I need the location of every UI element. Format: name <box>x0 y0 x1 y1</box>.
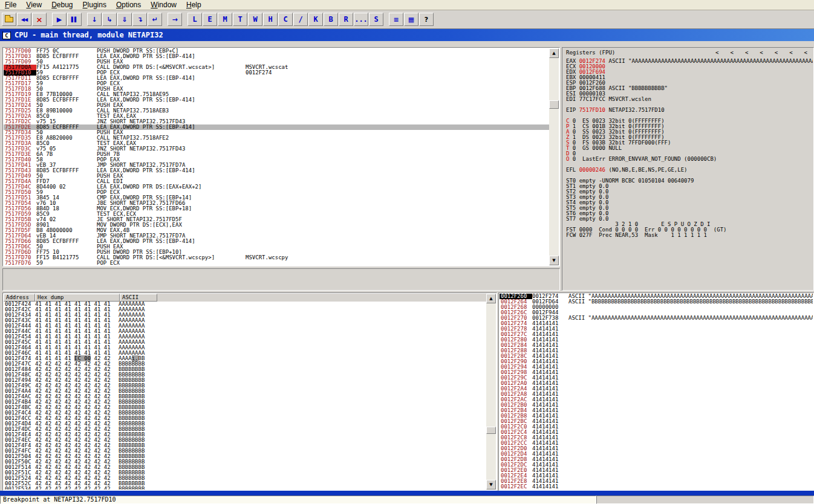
source-button[interactable]: S <box>369 13 383 26</box>
disasm-row[interactable]: 7517FD5059POP ECX <box>4 190 549 195</box>
registers-pager-arrow[interactable]: < <box>789 50 792 56</box>
references-button[interactable]: R <box>339 13 353 26</box>
disasm-row[interactable]: 7517FD438D85 ECFBFFFFLEA EAX,DWORD PTR S… <box>4 168 549 173</box>
menu-item-window[interactable]: Window <box>146 0 181 10</box>
patches-button[interactable]: / <box>293 13 308 26</box>
restart-button[interactable]: ◀◀ <box>17 13 31 26</box>
disasm-row[interactable]: 7517FD3A85C0TEST EAX,EAX <box>4 141 549 146</box>
disasm-row[interactable]: 7517FD4058POP EAX <box>4 157 549 163</box>
registers-pane-header[interactable]: Registers (FPU) <<<<<<< <box>563 48 813 57</box>
executables-button[interactable]: E <box>203 13 217 26</box>
execute-till-user-button[interactable]: → <box>168 13 182 26</box>
run-button[interactable]: ▶ <box>52 13 67 26</box>
stack-row[interactable]: 0012F2EC41414141 <box>500 484 813 489</box>
registers-pager-arrow[interactable]: < <box>760 50 763 56</box>
scroll-up-icon[interactable]: ▲ <box>486 294 496 303</box>
execute-till-return-button[interactable]: ↵ <box>148 13 162 26</box>
menu-item-file[interactable]: File <box>0 0 21 10</box>
help-button[interactable]: ? <box>419 13 434 26</box>
run-trace-button[interactable]: ... <box>354 13 368 26</box>
registers-pager-arrow[interactable]: < <box>715 50 718 56</box>
disasm-row[interactable]: 7517FD5D8901MOV DWORD PTR DS:[ECX],EAX <box>4 222 549 228</box>
disasm-row[interactable]: 7517FD1850PUSH EAX <box>4 86 549 92</box>
disasm-row[interactable]: 7517FD038D85 ECFBFFFFLEA EAX,DWORD PTR S… <box>4 54 549 59</box>
breakpoints-button[interactable]: B <box>324 13 338 26</box>
disasm-row[interactable]: 7517FD3Cv75 05JNZ SHORT NETAPI32.7517FD4… <box>4 146 549 152</box>
disasm-row[interactable]: 7517FD1E8D85 ECFBFFFFLEA EAX,DWORD PTR S… <box>4 97 549 103</box>
disasm-row[interactable]: 7517FD4C8D4400 02LEA EAX,DWORD PTR DS:[E… <box>4 184 549 190</box>
pause-button[interactable]: ▌▌ <box>67 13 82 26</box>
register-line[interactable]: EFL 00000246 (NO,NB,E,BE,NS,PE,GE,LE) <box>566 167 813 173</box>
disasm-row[interactable]: 7517FD00FF75 0CPUSH DWORD PTR SS:[EBP+C] <box>4 48 549 54</box>
disasm-row[interactable]: 7517FD64vEB 14JMP SHORT NETAPI32.7517FD7… <box>4 233 549 239</box>
disasm-row[interactable]: 7517FD5FB8 4B000000MOV EAX,4B <box>4 228 549 233</box>
scroll-down-icon[interactable]: ▼ <box>549 256 559 265</box>
disasm-row[interactable]: 7517FD1059POP ECX0012F274 <box>4 70 549 76</box>
dump-header-hex[interactable]: Hex dump <box>35 294 120 302</box>
windows-button[interactable]: W <box>248 13 262 26</box>
close-button[interactable]: × <box>32 13 47 26</box>
disasm-row[interactable]: 7517FD6C50PUSH EAX <box>4 244 549 250</box>
dump-row[interactable]: 0012F53442 42 42 42 42 42 42 42BBBBBBBB <box>4 486 486 489</box>
register-line[interactable]: EIP 7517FD10 NETAPI32.7517FD10 <box>566 108 813 113</box>
disasm-row[interactable]: 7517FD2450PUSH EAX <box>4 103 549 108</box>
disasm-row[interactable]: 7517FD35E8 A8B20000CALL NETAPI32.7518AFE… <box>4 135 549 141</box>
register-line[interactable]: O 0 LastErr ERROR_ENVVAR_NOT_FOUND (0000… <box>566 157 813 162</box>
animate-into-button[interactable]: ⇓ <box>117 13 132 26</box>
dump-header-ascii[interactable]: ASCII <box>120 294 157 302</box>
open-file-button[interactable] <box>2 13 16 26</box>
disasm-row[interactable]: 7517FD668D85 ECFBFFFFLEA EAX,DWORD PTR S… <box>4 239 549 244</box>
disasm-row[interactable]: 7517FD70FF15 B4121775CALL DWORD PTR DS:[… <box>4 255 549 260</box>
register-line[interactable]: EDI 77C17FCC MSVCRT.wcslen <box>566 97 813 102</box>
dump-scrollbar[interactable]: ▲ ▼ <box>486 294 496 489</box>
register-line[interactable]: T 0 GS 0000 NULL <box>566 146 813 151</box>
disasm-row[interactable]: 7517FD2Cv75 15JNZ SHORT NETAPI32.7517FD4… <box>4 119 549 124</box>
appearance-options-button[interactable]: ≡ <box>389 13 403 26</box>
scroll-up-icon[interactable]: ▲ <box>549 48 559 58</box>
registers-pager-arrow[interactable]: < <box>730 50 733 56</box>
threads-button[interactable]: T <box>233 13 247 26</box>
animate-over-button[interactable]: ↴ <box>132 13 147 26</box>
disasm-row[interactable]: 7517FD4AFFD7CALL EDI <box>4 179 549 184</box>
disasm-row[interactable]: 7517FD513B45 14CMP EAX,DWORD PTR SS:[EBP… <box>4 195 549 201</box>
dump-header-address[interactable]: Address <box>4 294 35 302</box>
scroll-thumb[interactable] <box>486 427 496 434</box>
menu-item-debug[interactable]: Debug <box>47 0 77 10</box>
disasm-row[interactable]: 7517FD118D85 ECFBFFFFLEA EAX,DWORD PTR S… <box>4 76 549 81</box>
disasm-row[interactable]: 7517FD1759POP ECX <box>4 81 549 86</box>
disasm-row[interactable]: 7517FD5Bv74 02JE SHORT NETAPI32.7517FD5F <box>4 217 549 222</box>
disasm-row[interactable]: 7517FD25E8 89B10000CALL NETAPI32.7518AEB… <box>4 108 549 114</box>
memory-map-button[interactable]: M <box>218 13 232 26</box>
disasm-row[interactable]: 7517FD568B4D 18MOV ECX,DWORD PTR SS:[EBP… <box>4 206 549 212</box>
disasm-row[interactable]: 7517FD3450PUSH EAX <box>4 130 549 135</box>
disasm-row[interactable]: 7517FD4950PUSH EAX <box>4 173 549 179</box>
log-window-button[interactable]: L <box>187 13 202 26</box>
disasm-row[interactable]: 7517FD19E8 77B10000CALL NETAPI32.7518AE9… <box>4 92 549 97</box>
step-into-button[interactable]: ↓ <box>87 13 102 26</box>
registers-pager-arrow[interactable]: < <box>804 50 807 56</box>
register-line[interactable]: FCW 027F Prec NEAR,53 Mask 1 1 1 1 1 1 <box>566 233 813 238</box>
registers-pager-arrow[interactable]: < <box>745 50 748 56</box>
debugging-options-button[interactable]: ▦ <box>404 13 418 26</box>
disasm-row[interactable]: 7517FD0AFF15 A4121775CALL DWORD PTR DS:[… <box>4 65 549 70</box>
step-over-button[interactable]: ↳ <box>102 13 117 26</box>
menu-item-plugins[interactable]: Plugins <box>78 0 111 10</box>
scroll-down-icon[interactable]: ▼ <box>486 480 496 489</box>
disasm-row[interactable]: 7517FD3E6A 7BPUSH 7B <box>4 152 549 157</box>
menu-item-view[interactable]: View <box>21 0 47 10</box>
disasm-row[interactable]: 7517FD2A85C0TEST EAX,EAX <box>4 114 549 119</box>
disasm-row[interactable]: 7517FD7659POP ECX <box>4 260 549 265</box>
disasm-scrollbar[interactable]: ▲ ▼ <box>549 48 559 265</box>
cpu-window-titlebar[interactable]: C CPU - main thread, module NETAPI32 <box>0 29 814 41</box>
disasm-row[interactable]: 7517FD41vEB 37JMP SHORT NETAPI32.7517FD7… <box>4 163 549 168</box>
call-stack-button[interactable]: K <box>308 13 323 26</box>
menu-item-options[interactable]: Options <box>111 0 146 10</box>
handles-button[interactable]: H <box>263 13 278 26</box>
cpu-button[interactable]: C <box>278 13 293 26</box>
scroll-thumb[interactable] <box>549 100 559 109</box>
disasm-row[interactable]: 7517FD2E8D85 ECFBFFFFLEA EAX,DWORD PTR S… <box>4 124 549 130</box>
disasm-row[interactable]: 7517FD54v76 10JBE SHORT NETAPI32.7517FD6… <box>4 201 549 206</box>
menu-item-help[interactable]: Help <box>181 0 206 10</box>
registers-pager-arrow[interactable]: < <box>775 50 778 56</box>
disasm-row[interactable]: 7517FD5985C9TEST ECX,ECX <box>4 212 549 217</box>
